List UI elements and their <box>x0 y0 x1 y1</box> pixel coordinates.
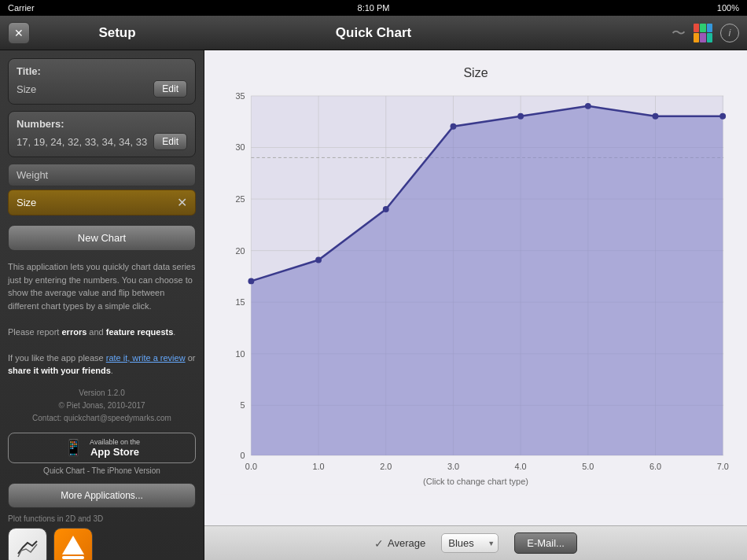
new-chart-button[interactable]: New Chart <box>8 225 196 251</box>
svg-text:4.0: 4.0 <box>515 462 527 471</box>
description-text: This application lets you quickly chart … <box>8 260 196 378</box>
contact-label: Contact: quickchart@speedymarks.com <box>8 412 196 425</box>
plot-functions-label: Plot functions in 2D and 3D <box>8 514 196 523</box>
grapher-svg <box>15 535 40 560</box>
numbers-label: Numbers: <box>17 118 187 130</box>
average-label: Average <box>388 537 425 549</box>
main-content: Title: Size Edit Numbers: 17, 19, 24, 32… <box>0 50 747 560</box>
svg-text:35: 35 <box>235 91 245 101</box>
svg-point-23 <box>451 123 457 130</box>
svg-point-22 <box>383 206 389 212</box>
svg-text:6.0: 6.0 <box>649 462 661 471</box>
chart-container[interactable]: Size <box>204 50 747 525</box>
weight-label: Weight <box>17 169 48 181</box>
numbers-section: Numbers: 17, 19, 24, 32, 33, 34, 34, 33 … <box>8 111 196 157</box>
numbers-row: 17, 19, 24, 32, 33, 34, 34, 33 Edit <box>17 133 187 150</box>
sidebar: Title: Size Edit Numbers: 17, 19, 24, 32… <box>0 50 204 560</box>
nav-bar: ✕ Setup Quick Chart 〜 i <box>0 16 747 50</box>
color-scheme-wrapper[interactable]: Blues Greens Reds <box>441 533 499 553</box>
more-applications-button[interactable]: More Applications... <box>8 483 196 508</box>
svg-text:2.0: 2.0 <box>380 462 392 471</box>
check-icon: ✓ <box>374 537 384 550</box>
vlc-app-icon[interactable] <box>53 528 93 561</box>
nav-center: Quick Chart <box>204 25 543 41</box>
svg-point-24 <box>517 113 524 120</box>
svg-text:15: 15 <box>235 297 245 307</box>
numbers-edit-button[interactable]: Edit <box>153 133 187 150</box>
chart-item-size[interactable]: Size ✕ <box>8 190 196 216</box>
svg-text:30: 30 <box>235 142 245 152</box>
status-bar: Carrier 8:10 PM 100% <box>0 0 747 16</box>
chart-title: Size <box>220 66 731 80</box>
app-store-icon: 📱 <box>64 438 83 457</box>
title-section: Title: Size Edit <box>8 58 196 105</box>
svg-text:25: 25 <box>235 194 245 204</box>
nav-right: 〜 i <box>543 24 747 42</box>
vlc-cone <box>62 536 84 559</box>
app-store-big: App Store <box>90 446 140 458</box>
setup-title: Setup <box>38 25 197 41</box>
color-grid[interactable] <box>694 24 712 42</box>
title-edit-button[interactable]: Edit <box>153 80 187 98</box>
svg-text:1.0: 1.0 <box>313 462 325 471</box>
svg-point-27 <box>719 113 726 120</box>
email-button[interactable]: E-Mail... <box>514 532 577 554</box>
svg-text:10: 10 <box>235 349 245 359</box>
title-label: Title: <box>17 65 187 77</box>
nav-left: ✕ Setup <box>0 22 204 44</box>
chart-item-weight[interactable]: Weight <box>8 164 196 186</box>
version-label: Version 1.2.0 <box>8 387 196 400</box>
main-title: Quick Chart <box>336 25 411 41</box>
svg-text:3.0: 3.0 <box>447 462 459 471</box>
svg-point-21 <box>315 257 322 263</box>
chart-bottom-bar: ✓ Average Blues Greens Reds E-Mail... <box>204 525 747 560</box>
svg-point-20 <box>248 278 254 284</box>
app-caption: Quick Chart - The iPhone Version <box>8 466 196 475</box>
numbers-value: 17, 19, 24, 32, 33, 34, 34, 33 <box>17 136 153 148</box>
svg-text:5.0: 5.0 <box>582 462 594 471</box>
battery-label: 100% <box>717 3 739 13</box>
title-row: Size Edit <box>17 80 187 98</box>
info-button[interactable]: i <box>720 24 739 42</box>
svg-text:5: 5 <box>240 400 245 410</box>
chart-area: Size <box>204 50 747 560</box>
wave-icon[interactable]: 〜 <box>672 24 686 42</box>
title-value: Size <box>17 83 153 95</box>
chart-type-hint[interactable]: (Click to change chart type) <box>423 477 528 486</box>
svg-text:20: 20 <box>235 246 245 256</box>
grapher-app-icon[interactable] <box>8 528 47 561</box>
svg-point-25 <box>585 103 591 109</box>
remove-size-icon[interactable]: ✕ <box>177 195 187 210</box>
close-button[interactable]: ✕ <box>8 22 30 44</box>
size-label: Size <box>17 197 36 208</box>
carrier-label: Carrier <box>8 3 35 13</box>
svg-text:0: 0 <box>240 451 245 460</box>
average-checkbox[interactable]: ✓ Average <box>374 537 425 550</box>
app-icons-row <box>8 528 196 561</box>
chart-list: Weight Size ✕ <box>8 164 196 219</box>
color-scheme-select[interactable]: Blues Greens Reds <box>441 533 499 553</box>
app-store-small: Available on the <box>90 438 140 446</box>
app-store-text: Available on the App Store <box>90 438 140 458</box>
copyright-label: © Piet Jonas, 2010-2017 <box>8 400 196 412</box>
svg-text:7.0: 7.0 <box>717 462 729 471</box>
svg-point-26 <box>653 113 659 120</box>
svg-text:0.0: 0.0 <box>245 462 257 471</box>
app-store-button[interactable]: 📱 Available on the App Store <box>8 433 196 463</box>
time-label: 8:10 PM <box>358 3 390 13</box>
chart-svg[interactable]: 35 30 25 20 15 10 5 0 0.0 1.0 2.0 3.0 4.… <box>220 88 731 495</box>
version-info: Version 1.2.0 © Piet Jonas, 2010-2017 Co… <box>8 387 196 425</box>
